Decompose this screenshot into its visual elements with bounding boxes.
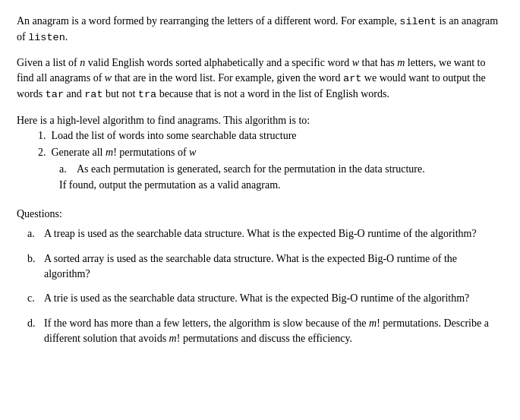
- intro-text-3: .: [65, 31, 68, 43]
- questions-label: Questions:: [17, 207, 503, 222]
- qa-content-c: A trie is used as the searchable data st…: [44, 291, 503, 306]
- qa-content-d: If the word has more than a few letters,…: [44, 316, 503, 347]
- intro-paragraph-2: Given a list of n valid English words so…: [17, 55, 503, 102]
- question-b: b. A sorted array is used as the searcha…: [27, 251, 503, 283]
- step1-num: 1.: [38, 130, 52, 141]
- algorithm-ordered-list: 1. Load the list of words into some sear…: [38, 128, 503, 193]
- qa-content-a: A treap is used as the searchable data s…: [44, 226, 503, 242]
- step2-text: Generate all m! permutations of w: [52, 147, 197, 158]
- question-d: d. If the word has more than a few lette…: [27, 316, 503, 347]
- qa-content-b: A sorted array is used as the searchable…: [44, 251, 503, 283]
- algorithm-substeps: a. As each permutation is generated, sea…: [59, 162, 503, 193]
- algorithm-intro: Here is a high-level algorithm to find a…: [17, 113, 503, 128]
- qa-label-b: b.: [27, 251, 44, 283]
- para2-text: Given a list of n valid English words so…: [17, 57, 486, 99]
- qa-label-c: c.: [27, 291, 44, 306]
- algorithm-step-1: 1. Load the list of words into some sear…: [38, 128, 503, 144]
- question-c: c. A trie is used as the searchable data…: [27, 291, 503, 306]
- intro-paragraph-1: An anagram is a word formed by rearrangi…: [17, 14, 503, 45]
- step2-num: 2.: [38, 147, 52, 158]
- step1-text: Load the list of words into some searcha…: [52, 130, 297, 141]
- algorithm-section: Here is a high-level algorithm to find a…: [17, 113, 503, 193]
- algorithm-substep-a: a. As each permutation is generated, sea…: [59, 162, 503, 193]
- algorithm-step-2: 2. Generate all m! permutations of w a. …: [38, 145, 503, 193]
- intro-text-1: An anagram is a word formed by rearrangi…: [17, 15, 399, 27]
- substep-label: a.: [59, 163, 74, 175]
- code-listen: listen: [28, 32, 65, 43]
- questions-section: Questions: a. A treap is used as the sea…: [17, 207, 503, 346]
- qa-label-d: d.: [27, 316, 44, 347]
- qa-label-a: a.: [27, 226, 44, 242]
- question-a: a. A treap is used as the searchable dat…: [27, 226, 503, 242]
- questions-list: a. A treap is used as the searchable dat…: [27, 226, 503, 346]
- substep-text: As each permutation is generated, search…: [59, 163, 425, 190]
- code-silent: silent: [399, 16, 436, 27]
